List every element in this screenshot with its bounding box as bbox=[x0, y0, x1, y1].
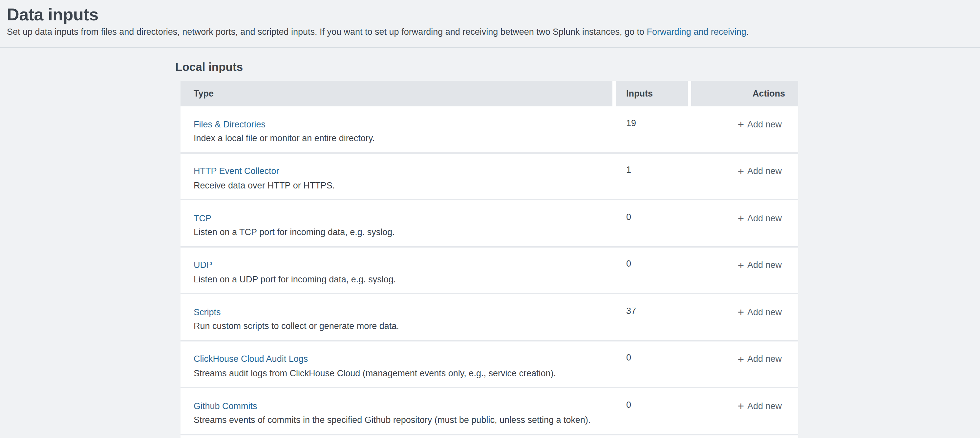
actions-cell: +Add new bbox=[691, 247, 798, 293]
type-cell: Github Commits Streams events of commits… bbox=[180, 388, 616, 434]
column-header-actions: Actions bbox=[691, 81, 798, 107]
input-type-link[interactable]: Files & Directories bbox=[194, 119, 266, 129]
add-new-link[interactable]: +Add new bbox=[738, 119, 782, 129]
add-new-label: Add new bbox=[747, 260, 782, 270]
actions-cell: +Add new bbox=[691, 153, 798, 199]
input-type-link[interactable]: Scripts bbox=[194, 307, 221, 317]
plus-icon: + bbox=[738, 214, 744, 223]
local-inputs-table: Type Inputs Actions Files & Directories … bbox=[180, 81, 798, 438]
input-type-description: Listen on a UDP port for incoming data, … bbox=[194, 274, 609, 285]
input-type-link[interactable]: Github Commits bbox=[194, 401, 257, 411]
add-new-label: Add new bbox=[747, 401, 782, 411]
table-row: Files & Directories Index a local file o… bbox=[180, 107, 798, 153]
page-title: Data inputs bbox=[7, 5, 967, 25]
subtitle-text: Set up data inputs from files and direct… bbox=[7, 27, 647, 37]
table-header-row: Type Inputs Actions bbox=[180, 81, 798, 107]
add-new-link[interactable]: +Add new bbox=[738, 307, 782, 317]
add-new-label: Add new bbox=[747, 166, 782, 176]
add-new-label: Add new bbox=[747, 213, 782, 223]
type-cell: Scripts Run custom scripts to collect or… bbox=[180, 294, 616, 340]
column-header-type: Type bbox=[180, 81, 612, 107]
subtitle-period: . bbox=[746, 27, 749, 37]
partial-next-row bbox=[180, 435, 798, 438]
input-type-description: Streams audit logs from ClickHouse Cloud… bbox=[194, 368, 609, 379]
actions-cell: +Add new bbox=[691, 341, 798, 387]
table-row: HTTP Event Collector Receive data over H… bbox=[180, 153, 798, 200]
inputs-count: 0 bbox=[616, 247, 691, 293]
content-area: Local inputs Type Inputs Actions Files &… bbox=[0, 61, 980, 438]
input-type-description: Index a local file or monitor an entire … bbox=[194, 133, 609, 144]
page-subtitle: Set up data inputs from files and direct… bbox=[7, 26, 967, 38]
add-new-link[interactable]: +Add new bbox=[738, 354, 782, 364]
add-new-label: Add new bbox=[747, 354, 782, 364]
input-type-description: Listen on a TCP port for incoming data, … bbox=[194, 227, 609, 238]
local-inputs-heading: Local inputs bbox=[175, 61, 980, 74]
table-row: UDP Listen on a UDP port for incoming da… bbox=[180, 247, 798, 294]
type-cell: ClickHouse Cloud Audit Logs Streams audi… bbox=[180, 341, 616, 387]
table-row: TCP Listen on a TCP port for incoming da… bbox=[180, 200, 798, 247]
add-new-link[interactable]: +Add new bbox=[738, 166, 782, 176]
add-new-link[interactable]: +Add new bbox=[738, 213, 782, 223]
type-cell: UDP Listen on a UDP port for incoming da… bbox=[180, 247, 616, 293]
table-body: Files & Directories Index a local file o… bbox=[180, 107, 798, 435]
plus-icon: + bbox=[738, 402, 744, 411]
actions-cell: +Add new bbox=[691, 107, 798, 152]
add-new-label: Add new bbox=[747, 307, 782, 317]
plus-icon: + bbox=[738, 167, 744, 176]
input-type-link[interactable]: UDP bbox=[194, 260, 212, 270]
inputs-count: 1 bbox=[616, 153, 691, 199]
input-type-description: Receive data over HTTP or HTTPS. bbox=[194, 180, 609, 191]
page: Data inputs Set up data inputs from file… bbox=[0, 0, 980, 438]
table-row: Scripts Run custom scripts to collect or… bbox=[180, 294, 798, 341]
plus-icon: + bbox=[738, 308, 744, 317]
actions-cell: +Add new bbox=[691, 294, 798, 340]
column-header-inputs: Inputs bbox=[616, 81, 688, 107]
plus-icon: + bbox=[738, 261, 744, 269]
actions-cell: +Add new bbox=[691, 200, 798, 246]
forwarding-and-receiving-link[interactable]: Forwarding and receiving bbox=[647, 27, 746, 37]
add-new-label: Add new bbox=[747, 119, 782, 129]
inputs-count: 0 bbox=[616, 388, 691, 434]
plus-icon: + bbox=[738, 120, 744, 129]
type-cell: Files & Directories Index a local file o… bbox=[180, 107, 616, 152]
type-cell: HTTP Event Collector Receive data over H… bbox=[180, 153, 616, 199]
input-type-link[interactable]: TCP bbox=[194, 213, 212, 223]
table-row: ClickHouse Cloud Audit Logs Streams audi… bbox=[180, 341, 798, 388]
input-type-link[interactable]: HTTP Event Collector bbox=[194, 166, 279, 176]
input-type-link[interactable]: ClickHouse Cloud Audit Logs bbox=[194, 354, 308, 364]
actions-cell: +Add new bbox=[691, 388, 798, 434]
inputs-count: 0 bbox=[616, 341, 691, 387]
inputs-count: 19 bbox=[616, 107, 691, 152]
inputs-count: 0 bbox=[616, 200, 691, 246]
page-header: Data inputs Set up data inputs from file… bbox=[0, 0, 980, 48]
add-new-link[interactable]: +Add new bbox=[738, 260, 782, 270]
type-cell: TCP Listen on a TCP port for incoming da… bbox=[180, 200, 616, 246]
input-type-description: Streams events of commits in the specifi… bbox=[194, 415, 609, 425]
input-type-description: Run custom scripts to collect or generat… bbox=[194, 321, 609, 331]
inputs-count: 37 bbox=[616, 294, 691, 340]
plus-icon: + bbox=[738, 355, 744, 363]
add-new-link[interactable]: +Add new bbox=[738, 401, 782, 411]
table-row: Github Commits Streams events of commits… bbox=[180, 388, 798, 435]
